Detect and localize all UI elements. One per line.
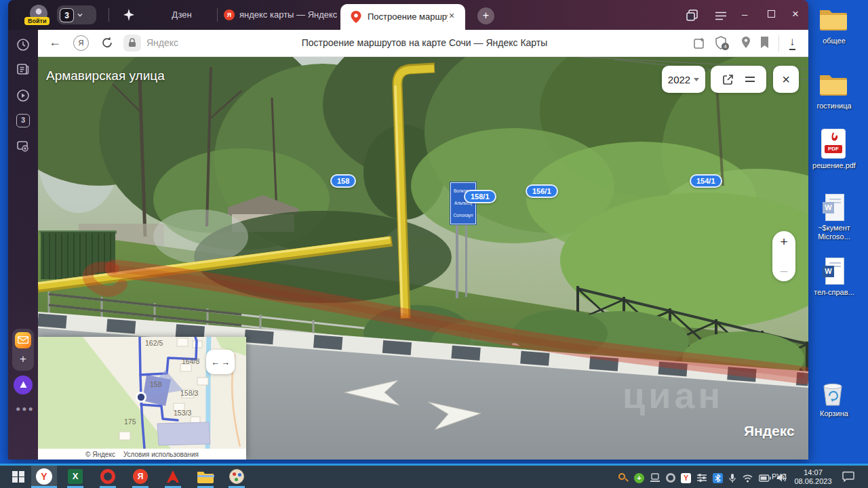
download-icon[interactable]: ↓ [789,35,795,50]
desktop-icon-label[interactable]: решение.pdf [802,161,866,170]
wifi-tray-icon[interactable] [742,474,753,483]
house-badge[interactable]: 156/1 [526,184,558,198]
pano-nav-arrow-right[interactable] [422,396,490,434]
folder-icon[interactable] [818,5,849,35]
microphone-tray-icon[interactable] [728,473,736,483]
start-button[interactable] [12,471,24,483]
caret-down-icon [694,78,699,81]
route-options-icon[interactable] [745,75,755,83]
maximize-button[interactable] [768,10,775,18]
yandex-button[interactable]: Я [73,35,89,51]
page-title[interactable]: Построение маршрутов на карте Сочи — Янд… [235,37,614,48]
close-panorama-button[interactable]: × [773,66,799,93]
house-badge[interactable]: 158 [330,174,356,188]
pdf-file-icon[interactable]: PDF [821,129,846,159]
opera-icon[interactable] [100,469,115,484]
road-sign-line: Солохаул [450,209,476,222]
clock[interactable]: 14:07 08.06.2023 [792,468,834,486]
video-icon[interactable] [16,89,30,102]
screenshot-icon[interactable] [16,140,30,153]
sparkle-icon[interactable] [122,8,136,24]
yandex-browser-icon[interactable]: Y [36,468,52,485]
desktop-icon-label[interactable]: общее [802,37,866,45]
mail-icon[interactable] [15,332,31,348]
tab-active-title: Построение маршруто [368,12,448,22]
extensions-badge: 4 [722,43,729,50]
tab-close-icon[interactable]: × [449,10,454,21]
address-text[interactable]: Яндекс [146,37,178,48]
screen: общее гостиница PDF решение.pdf W ~$куме… [0,0,868,488]
bookmark-icon[interactable] [760,36,770,52]
minimize-button[interactable]: – [742,8,747,20]
tabs-panel-button[interactable]: 3 [16,114,30,127]
history-icon[interactable] [16,38,30,52]
word-glyph: W [823,266,834,277]
word-file-icon[interactable]: W [823,258,844,285]
refresh-icon[interactable] [100,36,114,52]
browser-window: Войти 3 Дзен Я яндекс карты — Яндекс: н … [8,0,808,460]
zoom-out-button[interactable]: – [781,265,788,276]
alice-assistant-icon[interactable] [14,375,33,394]
terms-link[interactable]: Условия использования [123,451,199,458]
recycle-bin-icon[interactable] [819,380,846,411]
laptop-tray-icon[interactable] [650,473,660,483]
acrobat-icon[interactable] [165,469,180,484]
browser-toolbar: ← Я Яндекс Построение маршрутов на карте… [38,30,808,57]
protect-shield-icon[interactable]: 4 [715,36,727,52]
map-attribution: © Яндекс Условия использования [38,449,246,460]
house-badge[interactable]: 154/1 [690,174,722,188]
lock-icon[interactable] [123,35,141,52]
settings-tray-icon[interactable] [696,473,707,483]
divider [778,35,779,52]
close-window-button[interactable]: × [792,7,799,21]
word-glyph: W [823,202,834,214]
paint-icon[interactable] [229,469,244,484]
pano-direction-toggle[interactable]: ←→ [206,350,235,374]
menu-icon[interactable] [715,11,727,23]
zoom-in-button[interactable]: + [780,237,787,247]
location-pin-icon[interactable] [741,36,751,52]
desktop-icon-label[interactable]: ~$кумент Microso... [802,224,866,241]
login-badge[interactable]: Войти [24,17,50,25]
new-tab-button[interactable]: + [477,7,494,24]
tab-group-button[interactable]: 3 [57,5,96,24]
arrow-right-icon: → [221,357,230,367]
battery-tray-icon[interactable] [759,474,771,482]
yandex-tray-icon[interactable]: Y [681,473,691,483]
tab-yandex-maps[interactable]: яндекс карты — Яндекс: н [239,9,337,20]
year-selector[interactable]: 2022 [662,66,705,93]
divider [217,8,218,22]
share-icon[interactable] [722,74,734,85]
map-label: 158 [150,380,162,388]
folder-icon[interactable] [818,70,849,100]
map-label: 153/3 [174,409,191,417]
excel-icon[interactable]: X [68,469,83,484]
notifications-icon[interactable] [842,471,854,482]
search-tray-icon[interactable] [618,473,629,483]
bluetooth-tray-icon[interactable] [713,473,723,483]
desktop-icon-label[interactable]: Корзина [802,409,866,418]
back-button[interactable]: ← [49,35,61,49]
disc-tray-icon[interactable] [666,473,675,483]
language-indicator[interactable]: РУС [772,472,787,481]
extension-icon[interactable] [693,37,706,52]
feed-icon[interactable] [16,62,30,76]
house-badge[interactable]: 158/1 [464,190,496,203]
panorama-canvas[interactable]: Волковка Альпиец Солохаул 158 158/1 156/… [38,57,808,460]
pano-nav-arrow-left[interactable] [336,374,411,409]
add-shortcut-button[interactable]: + [15,351,31,367]
word-temp-file-icon[interactable]: W [823,194,844,221]
map-label: 158/3 [180,389,198,397]
tab-active[interactable]: Построение маршруто × [340,4,465,30]
tab-dzen[interactable]: Дзен [148,9,216,20]
more-icon[interactable]: ●●● [16,404,35,413]
time-text: 14:07 [792,468,834,477]
minimap[interactable]: 162/5 164/8 158 158/3 153/3 175 ←→ © Янд… [38,337,246,460]
copyright-text: © Яндекс [85,451,115,458]
desktop-icon-label[interactable]: гостиница [802,102,866,110]
file-explorer-icon[interactable] [197,470,214,483]
desktop-icon-label[interactable]: тел-справ... [802,288,866,297]
yandex-app-icon[interactable]: Я [133,469,148,484]
antivirus-tray-icon[interactable]: + [634,473,644,483]
shared-tabs-icon[interactable] [686,9,698,24]
